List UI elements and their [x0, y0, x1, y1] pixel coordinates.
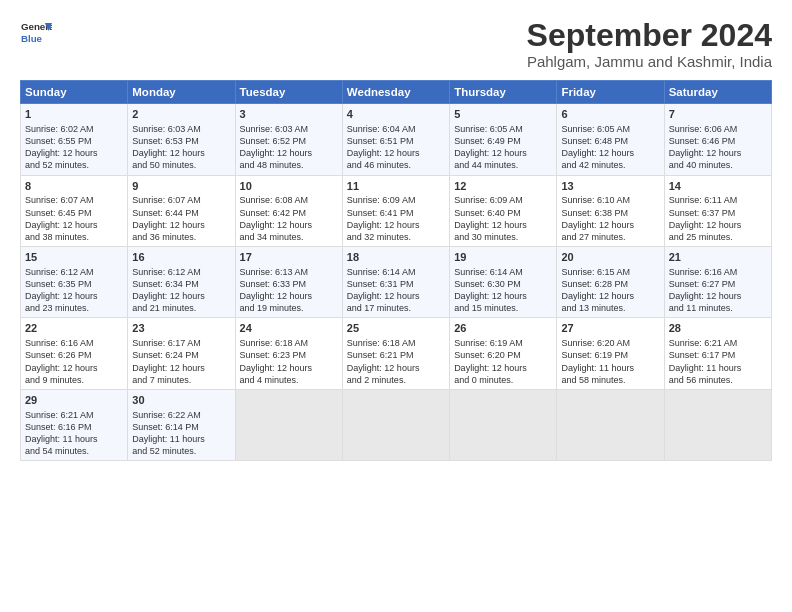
day-info: Daylight: 12 hours: [454, 219, 552, 231]
day-info: Sunset: 6:55 PM: [25, 135, 123, 147]
day-info: Daylight: 12 hours: [347, 219, 445, 231]
day-info: Sunrise: 6:12 AM: [132, 266, 230, 278]
day-info: Sunset: 6:49 PM: [454, 135, 552, 147]
subtitle: Pahlgam, Jammu and Kashmir, India: [527, 53, 772, 70]
calendar-cell: 17Sunrise: 6:13 AMSunset: 6:33 PMDayligh…: [235, 247, 342, 318]
calendar-cell: 13Sunrise: 6:10 AMSunset: 6:38 PMDayligh…: [557, 175, 664, 246]
day-info: and 11 minutes.: [669, 302, 767, 314]
day-info: Daylight: 12 hours: [240, 147, 338, 159]
day-number: 29: [25, 393, 123, 408]
day-info: Sunrise: 6:07 AM: [132, 194, 230, 206]
col-header-wednesday: Wednesday: [342, 81, 449, 104]
day-number: 12: [454, 179, 552, 194]
day-info: Daylight: 12 hours: [669, 290, 767, 302]
day-info: and 25 minutes.: [669, 231, 767, 243]
day-info: Daylight: 12 hours: [454, 362, 552, 374]
day-info: Daylight: 12 hours: [669, 219, 767, 231]
day-number: 7: [669, 107, 767, 122]
calendar-week-2: 8Sunrise: 6:07 AMSunset: 6:45 PMDaylight…: [21, 175, 772, 246]
day-info: Sunrise: 6:22 AM: [132, 409, 230, 421]
main-title: September 2024: [527, 18, 772, 53]
day-info: Sunset: 6:42 PM: [240, 207, 338, 219]
day-info: and 21 minutes.: [132, 302, 230, 314]
calendar-cell: 7Sunrise: 6:06 AMSunset: 6:46 PMDaylight…: [664, 104, 771, 175]
col-header-saturday: Saturday: [664, 81, 771, 104]
calendar-cell: 14Sunrise: 6:11 AMSunset: 6:37 PMDayligh…: [664, 175, 771, 246]
day-info: Daylight: 12 hours: [561, 219, 659, 231]
day-info: Sunset: 6:19 PM: [561, 349, 659, 361]
day-info: Sunrise: 6:05 AM: [454, 123, 552, 135]
day-info: Sunrise: 6:09 AM: [347, 194, 445, 206]
day-info: Sunset: 6:28 PM: [561, 278, 659, 290]
day-number: 17: [240, 250, 338, 265]
day-info: Sunrise: 6:21 AM: [669, 337, 767, 349]
calendar-cell: [235, 389, 342, 460]
day-number: 2: [132, 107, 230, 122]
day-info: and 7 minutes.: [132, 374, 230, 386]
day-info: Daylight: 12 hours: [240, 219, 338, 231]
day-info: Sunrise: 6:07 AM: [25, 194, 123, 206]
day-info: and 38 minutes.: [25, 231, 123, 243]
day-info: Daylight: 12 hours: [561, 147, 659, 159]
day-info: Sunset: 6:41 PM: [347, 207, 445, 219]
day-info: Sunset: 6:52 PM: [240, 135, 338, 147]
day-info: Daylight: 12 hours: [132, 362, 230, 374]
day-info: and 46 minutes.: [347, 159, 445, 171]
col-header-friday: Friday: [557, 81, 664, 104]
day-info: Daylight: 12 hours: [347, 147, 445, 159]
day-number: 21: [669, 250, 767, 265]
day-info: Sunset: 6:45 PM: [25, 207, 123, 219]
day-info: Daylight: 12 hours: [25, 290, 123, 302]
calendar-cell: 6Sunrise: 6:05 AMSunset: 6:48 PMDaylight…: [557, 104, 664, 175]
calendar-cell: 18Sunrise: 6:14 AMSunset: 6:31 PMDayligh…: [342, 247, 449, 318]
day-info: Sunrise: 6:20 AM: [561, 337, 659, 349]
calendar-cell: 22Sunrise: 6:16 AMSunset: 6:26 PMDayligh…: [21, 318, 128, 389]
calendar-cell: 25Sunrise: 6:18 AMSunset: 6:21 PMDayligh…: [342, 318, 449, 389]
page-header: General Blue September 2024 Pahlgam, Jam…: [20, 18, 772, 70]
day-info: Daylight: 11 hours: [669, 362, 767, 374]
day-info: and 23 minutes.: [25, 302, 123, 314]
day-info: Sunset: 6:31 PM: [347, 278, 445, 290]
day-number: 24: [240, 321, 338, 336]
logo-icon: General Blue: [20, 18, 52, 46]
day-info: Daylight: 12 hours: [240, 290, 338, 302]
day-number: 20: [561, 250, 659, 265]
calendar-cell: 3Sunrise: 6:03 AMSunset: 6:52 PMDaylight…: [235, 104, 342, 175]
title-area: September 2024 Pahlgam, Jammu and Kashmi…: [527, 18, 772, 70]
day-info: Sunset: 6:34 PM: [132, 278, 230, 290]
day-info: Sunrise: 6:12 AM: [25, 266, 123, 278]
calendar-cell: [664, 389, 771, 460]
day-info: and 58 minutes.: [561, 374, 659, 386]
day-number: 16: [132, 250, 230, 265]
calendar-cell: 28Sunrise: 6:21 AMSunset: 6:17 PMDayligh…: [664, 318, 771, 389]
day-number: 15: [25, 250, 123, 265]
calendar-cell: 9Sunrise: 6:07 AMSunset: 6:44 PMDaylight…: [128, 175, 235, 246]
day-info: Daylight: 12 hours: [454, 147, 552, 159]
day-info: Daylight: 11 hours: [561, 362, 659, 374]
day-number: 14: [669, 179, 767, 194]
col-header-thursday: Thursday: [450, 81, 557, 104]
day-number: 4: [347, 107, 445, 122]
calendar-cell: 26Sunrise: 6:19 AMSunset: 6:20 PMDayligh…: [450, 318, 557, 389]
col-header-sunday: Sunday: [21, 81, 128, 104]
day-info: Sunset: 6:21 PM: [347, 349, 445, 361]
day-number: 6: [561, 107, 659, 122]
day-number: 18: [347, 250, 445, 265]
calendar-cell: [342, 389, 449, 460]
day-info: Daylight: 12 hours: [454, 290, 552, 302]
day-info: Daylight: 12 hours: [25, 362, 123, 374]
day-info: and 52 minutes.: [25, 159, 123, 171]
day-info: Sunrise: 6:05 AM: [561, 123, 659, 135]
day-info: Daylight: 11 hours: [25, 433, 123, 445]
day-info: Sunrise: 6:16 AM: [25, 337, 123, 349]
day-info: Sunset: 6:46 PM: [669, 135, 767, 147]
calendar-cell: 4Sunrise: 6:04 AMSunset: 6:51 PMDaylight…: [342, 104, 449, 175]
day-number: 28: [669, 321, 767, 336]
day-info: Daylight: 12 hours: [347, 362, 445, 374]
day-info: and 15 minutes.: [454, 302, 552, 314]
calendar-cell: 8Sunrise: 6:07 AMSunset: 6:45 PMDaylight…: [21, 175, 128, 246]
day-number: 8: [25, 179, 123, 194]
col-header-monday: Monday: [128, 81, 235, 104]
day-info: Sunset: 6:38 PM: [561, 207, 659, 219]
day-number: 23: [132, 321, 230, 336]
